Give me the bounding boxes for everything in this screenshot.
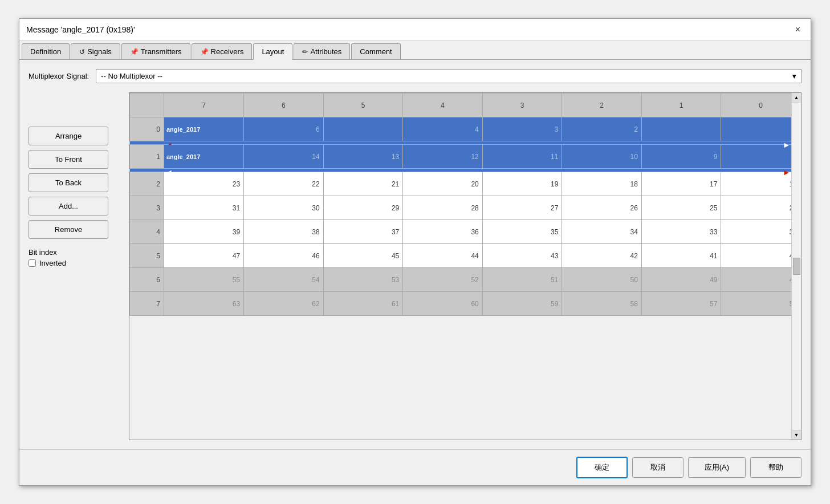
cell-r3-c3[interactable]: 28 <box>403 196 483 220</box>
cell-r6-c0[interactable]: 55 <box>164 268 244 292</box>
tab-layout-label: Layout <box>262 47 284 56</box>
cell-r0-c2[interactable] <box>323 117 403 141</box>
cell-r2-c5[interactable]: 18 <box>562 172 642 196</box>
cell-r6-c2[interactable]: 53 <box>323 268 403 292</box>
cell-r7-c5[interactable]: 58 <box>562 292 642 316</box>
cell-r2-c1[interactable]: 22 <box>244 172 324 196</box>
cell-r0-c6[interactable] <box>641 117 721 141</box>
confirm-button[interactable]: 确定 <box>576 457 628 478</box>
cell-r1-c5[interactable]: 10 <box>562 145 642 169</box>
cell-r7-c3[interactable]: 60 <box>403 292 483 316</box>
cell-r4-c5[interactable]: 34 <box>562 220 642 244</box>
cell-r5-c3[interactable]: 44 <box>403 244 483 268</box>
cell-r5-c4[interactable]: 43 <box>482 244 562 268</box>
cell-r3-c1[interactable]: 30 <box>244 196 324 220</box>
cell-r1-c6[interactable]: 9 <box>641 145 721 169</box>
cell-r4-c3[interactable]: 36 <box>403 220 483 244</box>
cell-r5-c6[interactable]: 41 <box>641 244 721 268</box>
row-header-3: 3 <box>130 196 164 220</box>
transmitters-icon: 📌 <box>130 48 139 56</box>
col-header-3: 3 <box>482 94 562 117</box>
multiplexor-label: Multiplexor Signal: <box>29 72 89 80</box>
cell-r5-c2[interactable]: 45 <box>323 244 403 268</box>
dialog-window: Message 'angle_2017 (0x198)' × Definitio… <box>19 18 811 486</box>
cell-r5-c7[interactable]: 40 <box>721 244 801 268</box>
add-button[interactable]: Add... <box>29 197 108 216</box>
inverted-checkbox[interactable] <box>29 259 36 267</box>
cell-r4-c1[interactable]: 38 <box>244 220 324 244</box>
cell-r2-c3[interactable]: 20 <box>403 172 483 196</box>
grid-container[interactable]: 7 6 5 4 3 2 1 0 0angle_201764320◄►1 <box>129 93 801 440</box>
cell-r2-c2[interactable]: 21 <box>323 172 403 196</box>
cell-r5-c0[interactable]: 47 <box>164 244 244 268</box>
receivers-icon: 📌 <box>200 48 209 56</box>
multiplexor-select[interactable]: -- No Multiplexor -- ▾ <box>96 69 801 83</box>
cell-r1-c4[interactable]: 11 <box>482 145 562 169</box>
cell-r5-c1[interactable]: 46 <box>244 244 324 268</box>
cell-r3-c7[interactable]: 24 <box>721 196 801 220</box>
cell-r4-c0[interactable]: 39 <box>164 220 244 244</box>
cell-r4-c4[interactable]: 35 <box>482 220 562 244</box>
cell-r6-c4[interactable]: 51 <box>482 268 562 292</box>
tab-receivers-label: Receivers <box>211 47 244 56</box>
cell-r6-c3[interactable]: 52 <box>403 268 483 292</box>
cell-r4-c6[interactable]: 33 <box>641 220 721 244</box>
to-back-button[interactable]: To Back <box>29 173 108 192</box>
cell-r1-c1[interactable]: 14 <box>244 145 324 169</box>
cell-r3-c6[interactable]: 25 <box>641 196 721 220</box>
cell-r0-c3[interactable]: 4 <box>403 117 483 141</box>
cell-r4-c2[interactable]: 37 <box>323 220 403 244</box>
cell-r1-c3[interactable]: 12 <box>403 145 483 169</box>
arrow-row-1: ◄► <box>130 169 801 172</box>
cell-r7-c4[interactable]: 59 <box>482 292 562 316</box>
scroll-up-arrow[interactable]: ▲ <box>792 93 801 103</box>
vertical-scrollbar[interactable]: ▲ ▼ <box>791 93 801 440</box>
cell-r7-c6[interactable]: 57 <box>641 292 721 316</box>
tab-receivers[interactable]: 📌 Receivers <box>192 43 253 59</box>
corner-cell <box>130 94 164 117</box>
tab-definition[interactable]: Definition <box>22 43 70 59</box>
cell-r1-c0[interactable]: angle_2017 <box>164 145 244 169</box>
scroll-thumb[interactable] <box>793 258 800 275</box>
cell-r6-c7[interactable]: 48 <box>721 268 801 292</box>
close-button[interactable]: × <box>792 23 804 36</box>
col-header-0: 0 <box>721 94 801 117</box>
help-button[interactable]: 帮助 <box>750 457 801 478</box>
to-front-button[interactable]: To Front <box>29 150 108 169</box>
cell-r1-c2[interactable]: 13 <box>323 145 403 169</box>
cell-r0-c1[interactable]: 6 <box>244 117 324 141</box>
remove-button[interactable]: Remove <box>29 220 108 239</box>
cell-r3-c2[interactable]: 29 <box>323 196 403 220</box>
apply-button[interactable]: 应用(A) <box>688 457 746 478</box>
cell-r2-c0[interactable]: 23 <box>164 172 244 196</box>
cell-r6-c6[interactable]: 49 <box>641 268 721 292</box>
cell-r0-c4[interactable]: 3 <box>482 117 562 141</box>
tab-transmitters[interactable]: 📌 Transmitters <box>121 43 190 59</box>
arrange-button[interactable]: Arrange <box>29 127 108 145</box>
cell-r0-c5[interactable]: 2 <box>562 117 642 141</box>
cell-r6-c1[interactable]: 54 <box>244 268 324 292</box>
cancel-button[interactable]: 取消 <box>632 457 683 478</box>
cell-r7-c0[interactable]: 63 <box>164 292 244 316</box>
cell-r4-c7[interactable]: 32 <box>721 220 801 244</box>
scroll-down-arrow[interactable]: ▼ <box>792 430 801 440</box>
cell-r2-c6[interactable]: 17 <box>641 172 721 196</box>
cell-r3-c4[interactable]: 27 <box>482 196 562 220</box>
content-area: Multiplexor Signal: -- No Multiplexor --… <box>19 60 811 449</box>
cell-r0-c0[interactable]: angle_2017 <box>164 117 244 141</box>
tab-comment[interactable]: Comment <box>351 43 400 59</box>
bottom-bar: 确定 取消 应用(A) 帮助 <box>19 449 811 485</box>
cell-r2-c4[interactable]: 19 <box>482 172 562 196</box>
cell-r0-c7[interactable]: 0 <box>721 117 801 141</box>
cell-r7-c2[interactable]: 61 <box>323 292 403 316</box>
cell-r5-c5[interactable]: 42 <box>562 244 642 268</box>
cell-r7-c7[interactable]: 56 <box>721 292 801 316</box>
cell-r7-c1[interactable]: 62 <box>244 292 324 316</box>
cell-r3-c5[interactable]: 26 <box>562 196 642 220</box>
cell-r3-c0[interactable]: 31 <box>164 196 244 220</box>
tab-signals[interactable]: ↺ Signals <box>71 43 120 59</box>
tab-comment-label: Comment <box>360 47 392 56</box>
tab-attributes[interactable]: ✏ Attributes <box>294 43 350 59</box>
tab-layout[interactable]: Layout <box>253 43 292 60</box>
cell-r6-c5[interactable]: 50 <box>562 268 642 292</box>
